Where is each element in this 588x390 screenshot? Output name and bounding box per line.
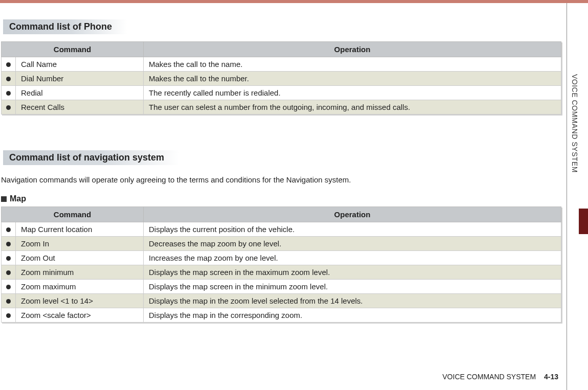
subheading-map: Map (1, 194, 563, 203)
command-cell: Recent Calls (16, 100, 144, 114)
bullet-icon (6, 62, 11, 67)
table-row: Call Name Makes the call to the name. (2, 57, 561, 72)
bullet-icon (6, 299, 11, 304)
side-tab: VOICE COMMAND SYSTEM (563, 0, 588, 390)
bullet-cell (2, 280, 16, 294)
command-cell: Call Name (16, 57, 144, 72)
bullet-cell (2, 308, 16, 323)
bullet-icon (6, 77, 11, 81)
command-cell: Zoom minimum (16, 265, 144, 280)
bullet-cell (2, 222, 16, 237)
bullet-icon (6, 270, 11, 275)
command-cell: Dial Number (16, 72, 144, 86)
side-tab-marker (579, 209, 588, 234)
command-cell: Redial (16, 86, 144, 100)
operation-cell: The recently called number is redialed. (144, 86, 561, 100)
command-cell: Zoom maximum (16, 280, 144, 294)
bullet-icon (6, 227, 11, 232)
bullet-icon (6, 313, 11, 318)
section-heading-phone: Command list of Phone (3, 19, 127, 34)
col-command: Command (2, 42, 144, 57)
col-operation: Operation (144, 207, 561, 222)
command-cell: Zoom <scale factor> (16, 308, 144, 323)
operation-cell: Displays the map screen in the maximum z… (144, 265, 561, 280)
bullet-cell (2, 100, 16, 114)
table-row: Map Current location Displays the curren… (2, 222, 561, 237)
bullet-icon (6, 256, 11, 261)
bullet-cell (2, 86, 16, 100)
operation-cell: Displays the current position of the veh… (144, 222, 561, 237)
bullet-icon (6, 91, 11, 96)
table-row: Recent Calls The user can selest a numbe… (2, 100, 561, 114)
navigation-note: Navigation commands will operate only ag… (1, 175, 563, 184)
section-heading-navigation: Command list of navigation system (3, 150, 179, 165)
table-row: Zoom Out Increases the map zoom by one l… (2, 251, 561, 265)
operation-cell: Makes the call to the number. (144, 72, 561, 86)
operation-cell: Displays the map in the zoom level selec… (144, 294, 561, 308)
table-row: Zoom In Decreases the map zoom by one le… (2, 237, 561, 251)
table-row: Zoom minimum Displays the map screen in … (2, 265, 561, 280)
footer-page: 4-13 (544, 373, 558, 381)
page-footer: VOICE COMMAND SYSTEM 4-13 (442, 373, 558, 381)
bullet-cell (2, 294, 16, 308)
phone-command-table: Command Operation Call Name Makes the ca… (1, 41, 561, 114)
command-cell: Zoom Out (16, 251, 144, 265)
map-command-table: Command Operation Map Current location D… (1, 207, 561, 323)
col-command: Command (2, 207, 144, 222)
table-header-row: Command Operation (2, 207, 561, 222)
table-row: Zoom maximum Displays the map screen in … (2, 280, 561, 294)
table-header-row: Command Operation (2, 42, 561, 57)
bullet-icon (6, 105, 11, 110)
command-cell: Zoom level <1 to 14> (16, 294, 144, 308)
side-tab-rule (567, 3, 567, 390)
bullet-cell (2, 265, 16, 280)
table-row: Zoom <scale factor> Displays the map in … (2, 308, 561, 323)
square-bullet-icon (1, 196, 7, 202)
operation-cell: Displays the map in the corresponding zo… (144, 308, 561, 323)
subheading-map-text: Map (10, 194, 26, 203)
bullet-icon (6, 242, 11, 246)
operation-cell: Decreases the map zoom by one level. (144, 237, 561, 251)
command-cell: Map Current location (16, 222, 144, 237)
col-operation: Operation (144, 42, 561, 57)
bullet-cell (2, 251, 16, 265)
bullet-icon (6, 285, 11, 289)
operation-cell: Increases the map zoom by one level. (144, 251, 561, 265)
operation-cell: The user can selest a number from the ou… (144, 100, 561, 114)
footer-title: VOICE COMMAND SYSTEM (442, 373, 536, 381)
table-row: Redial The recently called number is red… (2, 86, 561, 100)
table-row: Dial Number Makes the call to the number… (2, 72, 561, 86)
page-content: Command list of Phone Command Operation … (0, 3, 563, 323)
operation-cell: Makes the call to the name. (144, 57, 561, 72)
bullet-cell (2, 237, 16, 251)
side-tab-label: VOICE COMMAND SYSTEM (571, 74, 579, 173)
table-row: Zoom level <1 to 14> Displays the map in… (2, 294, 561, 308)
bullet-cell (2, 72, 16, 86)
bullet-cell (2, 57, 16, 72)
command-cell: Zoom In (16, 237, 144, 251)
operation-cell: Displays the map screen in the minimum z… (144, 280, 561, 294)
